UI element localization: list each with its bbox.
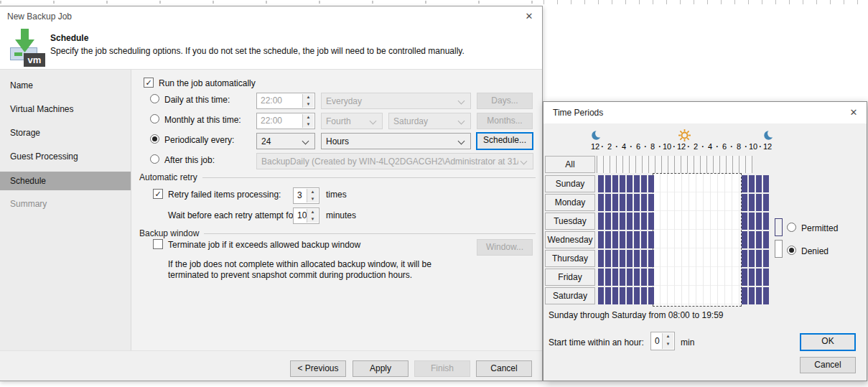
permitted-hour-cell[interactable]: [627, 250, 633, 267]
start-time-spinner[interactable]: ▲▼: [662, 333, 673, 349]
permitted-hour-cell[interactable]: [605, 194, 611, 211]
cancel-button[interactable]: Cancel: [476, 360, 532, 377]
permitted-hour-cell[interactable]: [612, 231, 618, 248]
apply-button[interactable]: Apply: [353, 360, 409, 377]
permitted-hour-cell[interactable]: [749, 213, 755, 230]
window-button[interactable]: Window...: [477, 239, 533, 256]
permitted-hour-cell[interactable]: [756, 250, 762, 267]
sidebar-item-schedule[interactable]: Schedule: [0, 172, 131, 190]
permitted-hour-cell[interactable]: [742, 269, 747, 286]
permitted-hour-cell[interactable]: [634, 287, 640, 304]
permitted-hour-cell[interactable]: [598, 194, 604, 211]
periodically-radio[interactable]: [150, 134, 159, 144]
after-job-select[interactable]: BackupDaily (Created by WIN-4LQ2DGACGH2\…: [256, 153, 533, 169]
permitted-hour-cell[interactable]: [641, 213, 647, 230]
daily-time-spinner[interactable]: ▲▼: [302, 94, 314, 108]
terminate-job-checkbox[interactable]: [153, 239, 163, 249]
retry-count-input[interactable]: 3▲▼: [293, 187, 319, 204]
permitted-hour-cell[interactable]: [756, 175, 762, 192]
permitted-hour-cell[interactable]: [598, 269, 604, 286]
day-header-saturday[interactable]: Saturday: [545, 287, 595, 304]
permitted-hour-cell[interactable]: [620, 213, 625, 230]
permitted-hour-cell[interactable]: [756, 287, 762, 304]
permitted-hour-cell[interactable]: [763, 287, 769, 304]
permitted-hour-cell[interactable]: [742, 250, 747, 267]
permitted-hour-cell[interactable]: [756, 194, 762, 211]
permitted-hour-cell[interactable]: [620, 175, 625, 192]
permitted-hour-cell[interactable]: [620, 269, 625, 286]
denied-selection-region[interactable]: [653, 173, 742, 307]
permitted-hour-cell[interactable]: [648, 250, 654, 267]
permitted-hour-cell[interactable]: [634, 194, 640, 211]
finish-button[interactable]: Finish: [414, 360, 470, 377]
day-header-wednesday[interactable]: Wednesday: [545, 231, 595, 248]
permitted-hour-cell[interactable]: [641, 250, 647, 267]
monthly-week-select[interactable]: Fourth: [321, 113, 383, 129]
permitted-hour-cell[interactable]: [648, 175, 654, 192]
permitted-hour-cell[interactable]: [627, 269, 633, 286]
day-header-friday[interactable]: Friday: [545, 269, 595, 286]
permitted-hour-cell[interactable]: [756, 269, 762, 286]
permitted-hour-cell[interactable]: [627, 175, 633, 192]
permitted-hour-cell[interactable]: [620, 287, 625, 304]
run-automatically-checkbox[interactable]: ✓: [144, 78, 154, 88]
permitted-hour-cell[interactable]: [749, 194, 755, 211]
permitted-hour-cell[interactable]: [756, 213, 762, 230]
permitted-hour-cell[interactable]: [605, 175, 611, 192]
retry-failed-checkbox[interactable]: ✓: [153, 189, 163, 199]
permitted-hour-cell[interactable]: [749, 269, 755, 286]
permitted-radio[interactable]: [787, 223, 796, 232]
permitted-hour-cell[interactable]: [648, 287, 654, 304]
permitted-hour-cell[interactable]: [749, 175, 755, 192]
after-job-radio[interactable]: [150, 154, 159, 164]
permitted-hour-cell[interactable]: [742, 231, 747, 248]
schedule-button[interactable]: Schedule...: [476, 132, 533, 150]
permitted-hour-cell[interactable]: [634, 231, 640, 248]
permitted-hour-cell[interactable]: [763, 231, 769, 248]
permitted-hour-cell[interactable]: [756, 231, 762, 248]
permitted-hour-cell[interactable]: [634, 269, 640, 286]
permitted-hour-cell[interactable]: [763, 269, 769, 286]
months-button[interactable]: Months...: [477, 113, 533, 129]
permitted-hour-cell[interactable]: [627, 213, 633, 230]
permitted-hour-cell[interactable]: [634, 213, 640, 230]
permitted-hour-cell[interactable]: [749, 231, 755, 248]
permitted-hour-cell[interactable]: [648, 231, 654, 248]
permitted-hour-cell[interactable]: [634, 175, 640, 192]
permitted-hour-cell[interactable]: [612, 250, 618, 267]
monthly-radio[interactable]: [150, 114, 159, 123]
permitted-hour-cell[interactable]: [634, 250, 640, 267]
daily-radio[interactable]: [150, 94, 159, 103]
permitted-hour-cell[interactable]: [620, 250, 625, 267]
retry-count-spinner[interactable]: ▲▼: [307, 189, 318, 202]
permitted-hour-cell[interactable]: [612, 194, 618, 211]
sidebar-item-name[interactable]: Name: [0, 76, 131, 95]
permitted-hour-cell[interactable]: [641, 194, 647, 211]
ok-button[interactable]: OK: [800, 333, 856, 351]
sidebar-item-storage[interactable]: Storage: [0, 123, 131, 142]
permitted-hour-cell[interactable]: [742, 175, 747, 192]
sidebar-item-guest-processing[interactable]: Guest Processing: [0, 147, 131, 166]
permitted-hour-cell[interactable]: [627, 194, 633, 211]
permitted-hour-cell[interactable]: [641, 175, 647, 192]
close-icon[interactable]: ✕: [845, 106, 862, 120]
sidebar-item-summary[interactable]: Summary: [0, 195, 131, 213]
permitted-hour-cell[interactable]: [605, 269, 611, 286]
permitted-hour-cell[interactable]: [742, 194, 747, 211]
permitted-hour-cell[interactable]: [763, 213, 769, 230]
permitted-hour-cell[interactable]: [620, 194, 625, 211]
permitted-hour-cell[interactable]: [749, 287, 755, 304]
permitted-hour-cell[interactable]: [605, 287, 611, 304]
permitted-hour-cell[interactable]: [641, 231, 647, 248]
permitted-hour-cell[interactable]: [612, 213, 618, 230]
retry-wait-spinner[interactable]: ▲▼: [307, 209, 318, 223]
permitted-hour-cell[interactable]: [742, 287, 747, 304]
permitted-hour-cell[interactable]: [598, 287, 604, 304]
permitted-hour-cell[interactable]: [648, 213, 654, 230]
permitted-hour-cell[interactable]: [612, 175, 618, 192]
close-icon[interactable]: ✕: [521, 9, 538, 24]
permitted-hour-cell[interactable]: [648, 269, 654, 286]
sidebar-item-virtual-machines[interactable]: Virtual Machines: [0, 100, 131, 118]
previous-button[interactable]: < Previous: [290, 360, 346, 377]
day-header-monday[interactable]: Monday: [545, 194, 595, 211]
